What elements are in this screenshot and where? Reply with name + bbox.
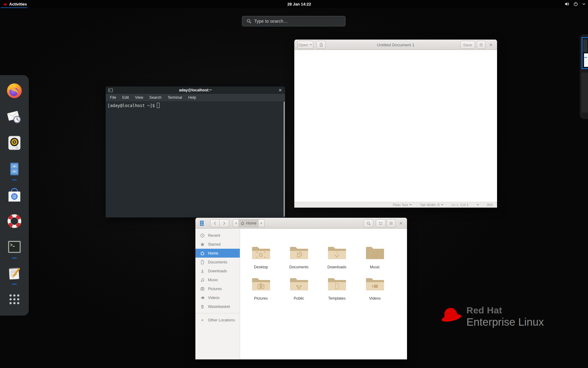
path-scroll-right-button[interactable] — [258, 219, 265, 227]
path-scroll-left-button[interactable] — [233, 219, 239, 227]
text-editor-canvas[interactable] — [294, 50, 497, 202]
files-content-area[interactable]: Desktop Documents — [240, 229, 407, 359]
folder-videos[interactable]: Videos — [356, 277, 394, 301]
search-icon — [247, 19, 251, 24]
overview-search-bar[interactable] — [242, 16, 345, 26]
download-arrow-icon — [200, 269, 205, 274]
power-icon[interactable] — [573, 2, 578, 6]
menu-help[interactable]: Help — [185, 94, 199, 101]
terminal-scrollbar[interactable] — [284, 102, 285, 217]
folder-icon — [251, 245, 271, 261]
menu-button[interactable] — [477, 41, 485, 49]
folder-icon — [289, 245, 309, 261]
path-button-home[interactable]: Home — [239, 219, 258, 227]
dock-software[interactable] — [6, 186, 23, 204]
menu-button[interactable] — [387, 219, 395, 227]
terminal-icon — [6, 240, 22, 255]
gedit-headerbar[interactable]: Open Untitled Document 1 Save — [294, 40, 497, 50]
workspace-thumbnail-active[interactable] — [582, 37, 588, 69]
help-lifesaver-icon — [6, 213, 23, 229]
video-icon — [200, 295, 205, 300]
sidebar-item-wastebasket[interactable]: Wastebasket — [195, 302, 240, 311]
folder-label: Public — [294, 296, 304, 301]
dock-files[interactable] — [6, 160, 23, 178]
sidebar-item-videos[interactable]: Videos — [195, 293, 240, 302]
tab-width-selector[interactable]: Tab Width: 8 — [420, 203, 443, 207]
language-selector[interactable]: Plain Text — [393, 203, 412, 207]
recent-icon — [200, 233, 205, 238]
terminal-content[interactable]: [aday@localhost ~]$ — [106, 101, 285, 217]
menu-search[interactable]: Search — [146, 94, 165, 101]
dash-dock — [0, 75, 29, 316]
save-button[interactable]: Save — [460, 41, 475, 49]
folder-desktop[interactable]: Desktop — [242, 245, 280, 269]
view-toggle-button[interactable] — [376, 219, 386, 227]
clock[interactable]: 28 Jan 14:22 — [287, 0, 311, 8]
folder-templates[interactable]: Templates — [318, 277, 356, 301]
sidebar-item-other-locations[interactable]: Other Locations — [195, 316, 240, 324]
sidebar-item-downloads[interactable]: Downloads — [195, 266, 240, 275]
goto-line-button[interactable] — [477, 204, 479, 205]
back-button[interactable] — [210, 219, 220, 227]
folder-documents[interactable]: Documents — [280, 245, 318, 269]
activities-active-underline — [1, 7, 28, 8]
redhat-fedora-logo-icon — [440, 305, 462, 324]
menu-view[interactable]: View — [132, 94, 146, 101]
workspace-thumbnail-empty[interactable] — [582, 73, 588, 113]
brand-line2: Enterprise Linux — [466, 316, 544, 328]
terminal-window: aday@localhost:~ File Edit View Search T… — [106, 86, 285, 217]
search-input[interactable] — [254, 19, 342, 24]
sidebar-item-home[interactable]: Home — [195, 249, 240, 258]
files-sidebar: Recent Starred Home Documents Downloads — [195, 229, 240, 359]
home-icon — [241, 221, 244, 225]
forward-button[interactable] — [220, 219, 229, 227]
menu-file[interactable]: File — [107, 94, 119, 101]
dock-text-editor[interactable] — [6, 265, 23, 282]
software-store-icon — [6, 187, 23, 203]
sidebar-item-starred[interactable]: Starred — [195, 240, 240, 249]
close-button[interactable] — [397, 219, 405, 227]
chevron-left-icon — [213, 221, 217, 225]
terminal-title: aday@localhost:~ — [106, 88, 285, 92]
sidebar-item-documents[interactable]: Documents — [195, 258, 240, 266]
terminal-titlebar[interactable]: aday@localhost:~ — [106, 86, 285, 94]
folder-label: Desktop — [254, 265, 268, 269]
star-icon — [200, 242, 205, 247]
dock-rhythmbox[interactable] — [6, 134, 23, 151]
folder-downloads[interactable]: Downloads — [318, 245, 356, 269]
dock-help[interactable] — [6, 213, 23, 230]
folder-icon — [365, 277, 385, 293]
dropdown-caret-icon — [477, 204, 479, 205]
activities-button[interactable]: Activities — [0, 0, 31, 8]
folder-label: Music — [370, 265, 380, 269]
sidebar-item-recent[interactable]: Recent — [195, 231, 240, 240]
folder-icon — [289, 277, 309, 293]
running-indicator — [12, 179, 17, 181]
close-icon — [489, 43, 493, 47]
folder-pictures[interactable]: Pictures — [242, 277, 280, 301]
dock-evolution[interactable] — [6, 108, 23, 125]
gedit-statusbar: Plain Text Tab Width: 8 Ln 1, Col 1 INS — [294, 202, 497, 208]
close-icon[interactable] — [278, 88, 282, 92]
small-arrow-left-icon — [235, 222, 237, 225]
folder-public[interactable]: Public — [280, 277, 318, 301]
volume-icon[interactable] — [564, 2, 569, 6]
rhythmbox-icon — [6, 135, 23, 151]
files-headerbar[interactable]: Home — [195, 218, 407, 229]
folder-music[interactable]: Music — [356, 245, 394, 269]
chevron-down-icon[interactable] — [582, 3, 586, 5]
search-button[interactable] — [364, 219, 373, 227]
close-button[interactable] — [487, 41, 495, 49]
dock-show-applications[interactable] — [6, 291, 23, 308]
sidebar-item-pictures[interactable]: Pictures — [195, 284, 240, 293]
menu-edit[interactable]: Edit — [119, 94, 132, 101]
dock-terminal[interactable] — [6, 239, 23, 256]
dock-firefox[interactable] — [6, 82, 23, 99]
show-applications-grid-icon — [7, 292, 22, 307]
sidebar-item-music[interactable]: Music — [195, 275, 240, 284]
hamburger-menu-icon — [479, 43, 483, 47]
running-indicator — [12, 258, 17, 259]
files-cabinet-icon — [7, 161, 22, 177]
menu-terminal[interactable]: Terminal — [164, 94, 185, 101]
firefox-icon — [6, 82, 23, 99]
